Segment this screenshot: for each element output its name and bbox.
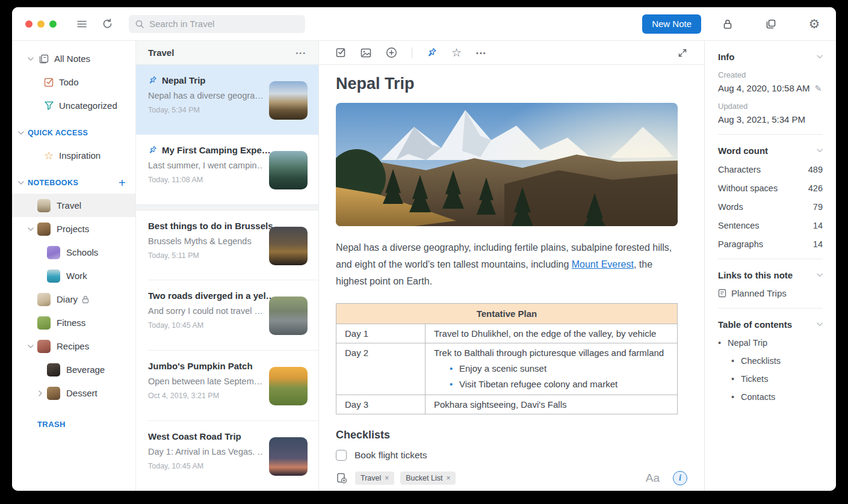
search-icon [135,19,144,29]
sidebar-notebook-diary[interactable]: Diary [12,287,135,311]
mount-everest-link[interactable]: Mount Everest [572,259,634,269]
sidebar-notebook-projects[interactable]: Projects [12,217,135,241]
remove-tag-icon[interactable]: × [446,474,450,482]
all-notes-icon [39,54,49,64]
note-snippet: Open between late Septem… [148,376,262,386]
chevron-down-icon[interactable] [28,56,34,62]
toc-item[interactable]: Checklists [731,356,823,366]
note-list-item[interactable]: Nepal Trip Nepal has a diverse geogra… T… [136,65,318,135]
note-list-item[interactable]: Best things to do in Brussels Brussels M… [136,211,318,280]
note-paragraph[interactable]: Nepal has a diverse geography, including… [336,239,678,290]
checklist-label: Book flight tickets [354,450,427,461]
chevron-down-icon[interactable] [28,343,34,349]
lock-note-icon[interactable] [719,16,736,32]
editor-content[interactable]: Nepal Trip [319,65,704,466]
toc-item[interactable]: Tickets [731,374,823,384]
note-title-heading[interactable]: Nepal Trip [336,75,676,93]
expand-note-icon[interactable] [678,48,687,58]
info-section-header[interactable]: Info [718,52,823,62]
insert-image-icon[interactable] [361,48,371,58]
checklists-heading[interactable]: Checklists [336,429,676,441]
updated-value: Aug 3, 2021, 5:34 PM [718,114,805,124]
sidebar-notebook-recipes[interactable]: Recipes [12,334,135,358]
note-list-item[interactable]: Jumbo's Pumpkin Patch Open between late … [136,351,318,420]
note-list-item[interactable]: Two roads diverged in a yel… And sorry I… [136,280,318,350]
notebook-cover-thumbnail [37,340,51,353]
sidebar-notebook-schools[interactable]: Schools [12,241,135,264]
notebooks-section-header[interactable]: NOTEBOOKS + [12,172,135,194]
stat-value: 489 [808,165,823,174]
search-input[interactable] [149,19,299,29]
insert-more-icon[interactable] [386,47,397,58]
notebook-cover-thumbnail [47,246,60,259]
notebook-cover-thumbnail [37,199,51,212]
note-editor: ☆ ••• Nepal Trip [319,41,705,491]
edit-date-icon[interactable]: ✎ [815,84,822,93]
sidebar-toggle-icon[interactable] [73,16,90,32]
section-title: Table of contents [718,319,792,330]
text-format-button[interactable]: Aa [646,472,660,485]
pin-note-icon[interactable] [427,48,437,58]
sidebar-item-trash[interactable]: TRASH [12,413,135,435]
close-window-button[interactable] [25,20,32,28]
pin-icon [148,76,157,85]
toc-item[interactable]: Nepal Trip [718,338,823,348]
plan-bullet: Visit Tibetan refugee colony and market [450,379,669,389]
word-count-header[interactable]: Word count [718,146,823,156]
note-list-item[interactable]: West Coast Road Trip Day 1: Arrival in L… [136,421,318,491]
chevron-down-icon[interactable] [18,180,24,186]
add-tag-icon[interactable] [336,472,348,484]
stat-value: 14 [813,221,823,230]
chevron-down-icon[interactable] [18,130,24,136]
remove-tag-icon[interactable]: × [385,474,389,482]
sidebar-notebook-travel[interactable]: Travel [12,194,135,217]
minimize-window-button[interactable] [37,20,45,28]
linked-note-item[interactable]: Planned Trips [718,288,823,298]
sidebar-notebook-beverage[interactable]: Beverage [12,358,135,381]
chevron-down-icon[interactable] [817,148,823,154]
favorite-star-icon[interactable]: ☆ [451,47,462,58]
search-box[interactable] [129,15,305,33]
insert-checkbox-icon[interactable] [336,48,346,58]
sidebar-notebook-work[interactable]: Work [12,264,135,287]
chevron-down-icon[interactable] [817,54,823,60]
chevron-down-icon[interactable] [28,226,34,232]
table-title-cell: Tentative Plan [336,304,678,324]
sidebar-item-inspiration[interactable]: ☆ Inspiration [12,144,135,167]
stat-label: Without spaces [718,183,778,193]
links-section-header[interactable]: Links to this note [718,270,823,280]
editor-toolbar: ☆ ••• [319,41,704,65]
list-more-options-icon[interactable]: ••• [296,49,306,57]
tag-pill-bucket-list[interactable]: Bucket List × [400,472,456,485]
note-list-item[interactable]: My First Camping Expe… Last summer, I we… [136,135,318,204]
toc-section-header[interactable]: Table of contents [718,319,823,330]
sidebar-notebook-dessert[interactable]: Dessert [12,381,135,405]
new-note-button[interactable]: New Note [642,14,701,34]
tentative-plan-table[interactable]: Tentative Plan Day 1 Travel to Dhulikhel… [336,303,678,414]
tag-pill-travel[interactable]: Travel × [355,472,394,485]
note-info-toggle-icon[interactable]: i [673,471,687,485]
checkbox-unchecked[interactable] [336,450,347,461]
table-day-cell: Day 1 [336,324,426,343]
notebook-cover-thumbnail [37,223,51,236]
sidebar-notebook-fitness[interactable]: Fitness [12,311,135,334]
sidebar-item-label: Diary [57,294,78,304]
section-title: Info [718,52,735,62]
settings-gear-icon[interactable]: ⚙ [806,16,823,32]
note-hero-image[interactable] [336,103,678,226]
add-notebook-button[interactable]: + [119,176,126,190]
note-title: Best things to do in Brussels [148,221,273,231]
chevron-down-icon[interactable] [817,272,823,278]
sidebar-item-todo[interactable]: Todo [12,70,135,94]
note-more-options-icon[interactable]: ••• [476,49,487,57]
sidebar-item-all-notes[interactable]: All Notes [12,47,135,70]
chevron-right-icon[interactable] [37,390,43,396]
quick-access-section-header[interactable]: QUICK ACCESS [12,122,135,144]
sync-icon[interactable] [99,16,116,32]
zoom-window-button[interactable] [49,20,57,28]
copy-note-icon[interactable] [763,16,779,32]
sidebar-item-uncategorized[interactable]: Uncategorized [12,94,135,117]
toc-section: Table of contents Nepal Trip Checklists … [718,309,823,411]
toc-item[interactable]: Contacts [731,392,823,402]
chevron-down-icon[interactable] [817,322,823,328]
